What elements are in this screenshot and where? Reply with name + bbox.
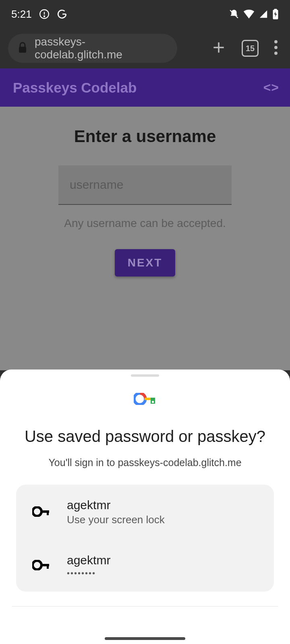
divider: [12, 606, 278, 607]
navigation-handle[interactable]: [105, 637, 185, 640]
svg-point-16: [33, 507, 41, 516]
sheet-title: Use saved password or passkey?: [0, 427, 290, 446]
page-heading: Enter a username: [0, 127, 290, 146]
browser-toolbar: passkeys-codelab.glitch.me 15: [0, 28, 290, 68]
credential-list: agektmr Use your screen lock agektmr •••…: [16, 485, 274, 592]
credential-item-passkey[interactable]: agektmr Use your screen lock: [16, 485, 274, 540]
code-icon[interactable]: < >: [263, 80, 277, 95]
svg-point-9: [274, 40, 278, 43]
alert-circle-icon: [39, 9, 50, 19]
key-icon: [32, 560, 52, 572]
credential-username: agektmr: [67, 553, 110, 567]
signal-icon: [259, 10, 268, 19]
svg-point-11: [274, 52, 278, 55]
credential-username: agektmr: [67, 498, 165, 512]
lock-icon: [18, 42, 27, 55]
new-tab-button[interactable]: [211, 40, 226, 57]
address-bar[interactable]: passkeys-codelab.glitch.me: [8, 34, 177, 63]
username-input[interactable]: username: [58, 165, 232, 205]
credential-item-password[interactable]: agektmr ••••••••: [16, 540, 274, 592]
status-bar: 5:21: [0, 0, 290, 28]
svg-rect-5: [274, 9, 277, 10]
next-button[interactable]: NEXT: [115, 249, 176, 277]
page-content: Enter a username username Any username c…: [0, 107, 290, 370]
google-password-manager-icon: [0, 393, 290, 405]
app-title: Passkeys Codelab: [13, 80, 137, 96]
sheet-subtitle: You'll sign in to passkeys-codelab.glitc…: [0, 457, 290, 469]
credential-detail: ••••••••: [67, 569, 110, 578]
more-menu-button[interactable]: [274, 40, 278, 57]
svg-rect-6: [19, 47, 26, 53]
credential-picker-sheet: Use saved password or passkey? You'll si…: [0, 369, 290, 644]
app-header: Passkeys Codelab < >: [0, 68, 290, 107]
username-placeholder: username: [70, 178, 123, 192]
url-text: passkeys-codelab.glitch.me: [35, 35, 168, 61]
drag-handle[interactable]: [131, 374, 159, 377]
wifi-icon: [243, 10, 255, 19]
status-time: 5:21: [11, 8, 32, 21]
svg-point-19: [33, 561, 41, 570]
google-g-icon: [57, 9, 67, 19]
svg-point-10: [274, 46, 278, 49]
svg-point-2: [44, 16, 45, 17]
key-icon: [32, 506, 52, 518]
svg-rect-21: [47, 564, 49, 569]
battery-charging-icon: [272, 9, 279, 19]
hint-text: Any username can be accepted.: [0, 217, 290, 230]
credential-detail: Use your screen lock: [67, 514, 165, 526]
tab-switcher-button[interactable]: 15: [242, 40, 259, 57]
svg-rect-18: [47, 510, 49, 515]
svg-rect-15: [152, 401, 154, 403]
notifications-off-icon: [229, 9, 239, 19]
